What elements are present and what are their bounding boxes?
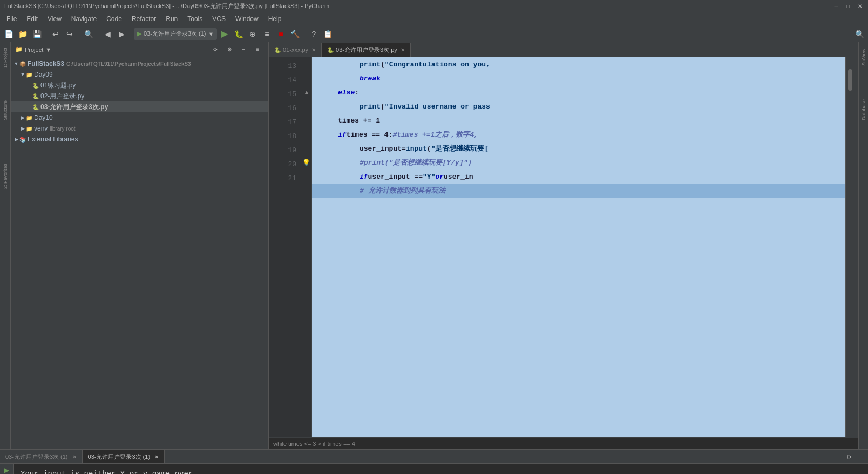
tree-root[interactable]: ▼ 📦 FullStackS3 C:\Users\TQTL911\Pycharm… — [11, 58, 268, 69]
venv-label: venv — [34, 125, 48, 132]
linenum-17: 17 — [273, 116, 296, 130]
minimize-button[interactable]: ─ — [832, 2, 840, 10]
toolbar-forward[interactable]: ▶ — [115, 28, 128, 40]
toolbar-redo[interactable]: ↪ — [63, 28, 76, 40]
day10-folder-icon: 📁 — [26, 115, 32, 121]
toolbar-help[interactable]: ? — [307, 28, 320, 40]
project-cog[interactable]: ⚙ — [223, 43, 236, 56]
gutter-13 — [301, 57, 311, 71]
menu-refactor[interactable]: Refactor — [127, 14, 160, 24]
gutter-17 — [301, 113, 311, 127]
tree-external[interactable]: ▶ 📚 External Libraries — [11, 134, 268, 145]
tree-day10[interactable]: ▶ 📁 Day10 — [11, 112, 268, 123]
code-line-16: print("Invalid username or pass — [312, 99, 845, 113]
favorites-label[interactable]: 2: Favorites — [3, 164, 8, 189]
project-dropdown-chevron[interactable]: ▼ — [45, 46, 51, 53]
toolbar-undo[interactable]: ↩ — [49, 28, 62, 40]
toolbar-search[interactable]: 🔍 — [853, 28, 866, 40]
menu-help[interactable]: Help — [264, 14, 286, 24]
menu-file[interactable]: File — [2, 14, 21, 24]
toolbar-sep4 — [131, 29, 131, 39]
tab-01xxx-close[interactable]: ✕ — [311, 47, 316, 53]
external-icon: 📚 — [19, 137, 26, 143]
run-tab-1[interactable]: 03-允许用户登录3次 (1) ✕ — [0, 450, 83, 463]
toolbar-coverage[interactable]: ⊕ — [246, 28, 259, 40]
toolbar-back[interactable]: ◀ — [101, 28, 114, 40]
toolbar-profile[interactable]: ≡ — [260, 28, 273, 40]
toolbar-run-btn[interactable]: ▶ — [218, 28, 231, 40]
toolbar-new[interactable]: 📄 — [2, 28, 15, 40]
maximize-button[interactable]: □ — [844, 2, 852, 10]
left-sidebar-labels: 1: Project Structure 2: Favorites — [0, 42, 11, 449]
run-panel: ▶ ■ ⟳ ⏸ ≡ 🔍 ↑ ↓ 📎 ✕ 📌 ? Your input is ne… — [0, 464, 868, 474]
tab-03-close[interactable]: ✕ — [401, 47, 405, 53]
toolbar-stop[interactable]: ■ — [274, 28, 287, 40]
project-more[interactable]: ≡ — [251, 43, 264, 56]
linenum-14: 14 — [273, 73, 296, 87]
code-line-15: else: — [312, 85, 845, 99]
project-label[interactable]: 1: Project — [3, 48, 8, 68]
scmview-label[interactable]: SciView — [861, 49, 866, 66]
01py-icon: 🐍 — [32, 83, 39, 89]
menu-tools[interactable]: Tools — [183, 14, 207, 24]
tree-venv[interactable]: ▶ 📁 venv library root — [11, 123, 268, 134]
tree-02py[interactable]: 🐍 02-用户登录.py — [11, 91, 268, 101]
project-header-left: 📁 Project ▼ — [15, 46, 51, 53]
run-tab-1-close[interactable]: ✕ — [72, 454, 77, 460]
tree-01py[interactable]: 🐍 01练习题.py — [11, 80, 268, 91]
run-tab-2[interactable]: 03-允许用户登录3次 (1) ✕ — [83, 450, 165, 463]
toolbar-vcs[interactable]: 📋 — [321, 28, 334, 40]
linenum-13: 13 — [273, 59, 296, 73]
gutter-16 — [301, 99, 311, 113]
project-panel: 📁 Project ▼ ⟳ ⚙ − ≡ ▼ 📦 FullStackS3 C:\U… — [11, 42, 269, 449]
code-line-14: break — [312, 71, 845, 85]
tree-day09[interactable]: ▼ 📁 Day09 — [11, 69, 268, 80]
close-button[interactable]: ✕ — [856, 2, 864, 10]
toolbar-debug[interactable]: 🐛 — [232, 28, 245, 40]
right-side-panel: SciView Database — [858, 42, 868, 449]
code-line-17: times += 1 — [312, 113, 845, 127]
gutter-18 — [301, 127, 311, 141]
run-tab-2-label: 03-允许用户登录3次 (1) — [88, 453, 151, 461]
fold-icon-15 — [304, 90, 309, 95]
linenum-20: 20 — [273, 158, 296, 172]
menu-vcs[interactable]: VCS — [208, 14, 230, 24]
code-content[interactable]: print("Congrantulations on you, break el… — [312, 57, 845, 437]
code-editor: 13 14 15 16 17 18 19 20 21 — [269, 57, 858, 437]
toolbar-save[interactable]: 💾 — [30, 28, 43, 40]
project-collapse[interactable]: − — [237, 43, 250, 56]
run-config-dropdown[interactable]: ▶ 03-允许用户登录3次 (1) ▼ — [134, 28, 217, 40]
tab-01xxx[interactable]: 🐍 01-xxx.py ✕ — [269, 43, 322, 57]
run-toolbar: ▶ ■ ⟳ ⏸ ≡ 🔍 ↑ ↓ 📎 ✕ 📌 ? — [0, 464, 14, 474]
menu-view[interactable]: View — [43, 14, 66, 24]
root-path: C:\Users\TQTL911\PycharmProjects\FullSta… — [66, 61, 191, 67]
project-sync[interactable]: ⟳ — [209, 43, 222, 56]
run-config-chevron: ▼ — [208, 31, 214, 37]
run-panel-settings[interactable]: ⚙ — [842, 450, 855, 463]
menu-window[interactable]: Window — [231, 14, 263, 24]
toolbar-build[interactable]: 🔨 — [288, 28, 301, 40]
run-tab-1-label: 03-允许用户登录3次 (1) — [5, 453, 68, 461]
linenum-22 — [273, 186, 296, 200]
run-panel-close[interactable]: − — [855, 450, 868, 463]
vertical-scrollbar[interactable] — [845, 57, 854, 437]
tree-03py[interactable]: 🐍 03-允许用户登录3次.py — [11, 101, 268, 112]
run-tab-2-close[interactable]: ✕ — [154, 454, 159, 460]
toolbar-find[interactable]: 🔍 — [82, 28, 95, 40]
structure-label[interactable]: Structure — [3, 100, 8, 120]
gutter-15 — [301, 85, 311, 99]
tab-03[interactable]: 🐍 03-允许用户登录3次.py ✕ — [322, 43, 411, 57]
output-line-1: Your input is neither Y or y,game over. — [21, 468, 862, 474]
database-label[interactable]: Database — [861, 99, 866, 120]
linenum-19: 19 — [273, 144, 296, 158]
menu-run[interactable]: Run — [161, 14, 182, 24]
menu-edit[interactable]: Edit — [22, 14, 42, 24]
run-btn[interactable]: ▶ — [2, 466, 12, 474]
menu-navigate[interactable]: Navigate — [67, 14, 101, 24]
toolbar-open[interactable]: 📁 — [16, 28, 29, 40]
gutter-22 — [301, 184, 311, 198]
gutter-20: 💡 — [301, 155, 311, 170]
venv-folder-icon: 📁 — [26, 126, 32, 132]
root-expand-icon: ▼ — [13, 61, 19, 66]
menu-code[interactable]: Code — [102, 14, 126, 24]
